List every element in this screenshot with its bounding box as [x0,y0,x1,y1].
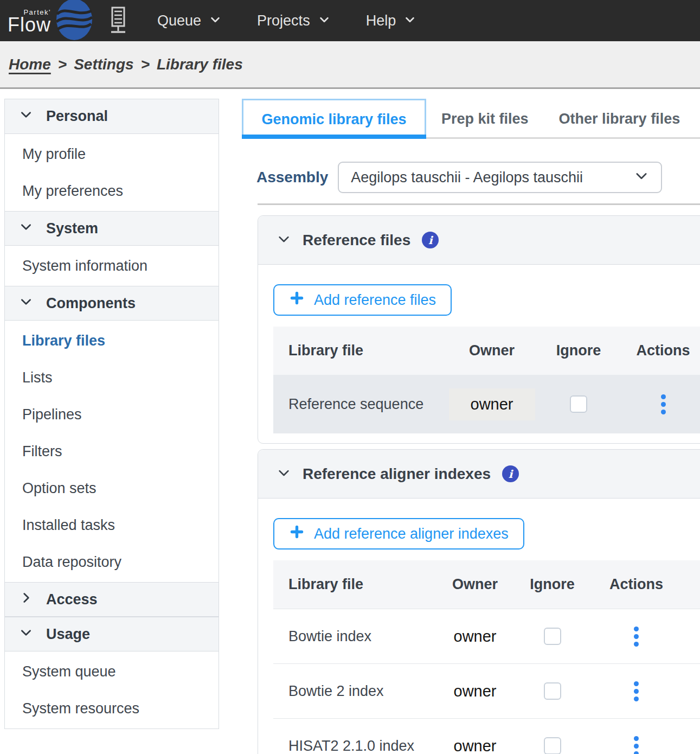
owner-value: owner [454,628,497,646]
reference-aligner-indexes-panel-header[interactable]: Reference aligner indexes i [258,450,700,499]
kebab-menu-icon[interactable] [632,679,641,704]
sidebar-section-header-personal[interactable]: Personal [5,99,219,134]
chevron-right-icon [19,591,33,609]
sidebar-item-my-preferences[interactable]: My preferences [5,172,219,209]
library-file-name: Bowtie index [273,628,442,645]
sidebar-section-system: System System information [5,211,219,286]
library-files-main: Genomic library files Prep kit files Oth… [242,99,700,754]
main-menu: Queue Projects Help [157,12,416,29]
plus-icon [289,290,305,310]
settings-sidebar: Personal My profile My preferences Syste… [4,99,219,729]
sidebar-item-library-files[interactable]: Library files [5,322,219,359]
chevron-down-icon [19,220,33,238]
sidebar-section-label: System [46,220,98,237]
breadcrumb-home-link[interactable]: Home [9,56,51,73]
add-button-label: Add reference files [314,292,436,309]
reference-files-panel-header[interactable]: Reference files i [258,216,700,265]
breadcrumb-separator: > [141,56,150,73]
nav-help[interactable]: Help [366,12,416,29]
info-icon[interactable]: i [502,465,519,482]
reference-aligner-indexes-table: Library file Owner Ignore Actions Bowtie… [273,560,700,754]
nav-queue-label: Queue [157,12,201,29]
kebab-menu-icon[interactable] [632,734,641,754]
tab-genomic-library-files[interactable]: Genomic library files [242,99,426,139]
sidebar-item-lists[interactable]: Lists [5,359,219,396]
nav-queue[interactable]: Queue [157,12,221,29]
sidebar-item-my-profile[interactable]: My profile [5,136,219,172]
sidebar-item-filters[interactable]: Filters [5,433,219,470]
sidebar-item-system-information[interactable]: System information [5,247,219,284]
chevron-down-icon [404,12,416,29]
breadcrumb-settings: Settings [74,56,133,73]
reference-files-panel: Reference files i Add reference files Li… [258,215,700,444]
col-ignore: Ignore [556,342,601,359]
col-owner: Owner [452,576,498,593]
sidebar-item-system-resources[interactable]: System resources [5,690,219,727]
nav-projects-label: Projects [257,12,310,29]
sidebar-item-installed-tasks[interactable]: Installed tasks [5,507,219,544]
sidebar-section-components: Components Library files Lists Pipelines… [5,286,219,582]
col-ignore: Ignore [530,576,575,593]
sidebar-section-header-access[interactable]: Access [5,582,219,617]
active-tab-underline [242,135,426,139]
add-reference-aligner-indexes-button[interactable]: Add reference aligner indexes [273,518,524,549]
col-owner: Owner [469,342,515,359]
tab-label: Other library files [559,111,680,127]
reference-files-table: Library file Owner Ignore Actions Refere… [273,327,700,433]
sidebar-section-header-components[interactable]: Components [5,286,219,321]
breadcrumb: Home > Settings > Library files [0,41,700,89]
sidebar-item-option-sets[interactable]: Option sets [5,470,219,507]
sidebar-item-pipelines[interactable]: Pipelines [5,396,219,433]
assembly-row: Assembly Aegilops tauschii - Aegilops ta… [256,162,700,193]
add-reference-files-button[interactable]: Add reference files [273,284,452,316]
chevron-down-icon [19,625,33,643]
col-actions: Actions [636,342,690,359]
reference-aligner-indexes-panel: Reference aligner indexes i Add referenc… [258,449,700,754]
library-file-name: Reference sequence [273,396,446,413]
breadcrumb-separator: > [58,56,67,73]
kebab-menu-icon[interactable] [632,624,641,649]
info-icon[interactable]: i [422,232,439,248]
tab-prep-kit-files[interactable]: Prep kit files [426,99,544,139]
top-navbar: Partek' Flow Queue [0,0,700,41]
sidebar-section-label: Usage [46,626,90,643]
sidebar-section-label: Access [46,591,98,608]
kebab-menu-icon[interactable] [659,392,668,417]
chevron-down-icon [318,12,330,29]
chevron-down-icon [19,107,33,125]
assembly-select[interactable]: Aegilops tauschii - Aegilops tauschii [338,162,662,193]
sidebar-section-header-usage[interactable]: Usage [5,617,219,651]
table-row: Bowtie index owner [273,609,700,663]
sidebar-item-system-queue[interactable]: System queue [5,653,219,690]
col-actions: Actions [609,576,663,593]
chevron-down-icon [634,168,649,187]
chevron-down-icon [209,12,221,29]
assembly-selected-value: Aegilops tauschii - Aegilops tauschii [351,169,583,186]
library-file-name: HISAT2 2.1.0 index [273,738,442,754]
add-button-label: Add reference aligner indexes [314,526,509,542]
table-header-row: Library file Owner Ignore Actions [273,560,700,609]
table-row: Reference sequence owner [273,375,700,433]
sidebar-section-access: Access [5,582,219,617]
server-queue-icon[interactable] [107,6,129,35]
plus-icon [289,524,305,544]
ignore-checkbox[interactable] [544,682,561,700]
sidebar-section-header-system[interactable]: System [5,211,219,246]
tab-other-library-files[interactable]: Other library files [544,99,696,139]
partek-flow-logo[interactable]: Partek' Flow [8,0,92,42]
logo-text: Partek' Flow [8,8,51,34]
owner-value: owner [454,737,497,754]
ignore-checkbox[interactable] [570,395,587,413]
section-divider [258,203,700,205]
sidebar-section-label: Personal [46,108,108,125]
nav-projects[interactable]: Projects [257,12,330,29]
ignore-checkbox[interactable] [544,737,561,754]
sidebar-item-data-repository[interactable]: Data repository [5,544,219,580]
col-library-file: Library file [273,576,442,593]
col-library-file: Library file [273,342,446,359]
chevron-down-icon [277,465,291,482]
ignore-checkbox[interactable] [544,628,561,645]
library-file-name: Bowtie 2 index [273,683,442,700]
table-header-row: Library file Owner Ignore Actions [273,327,700,375]
sidebar-section-usage: Usage System queue System resources [5,617,219,729]
